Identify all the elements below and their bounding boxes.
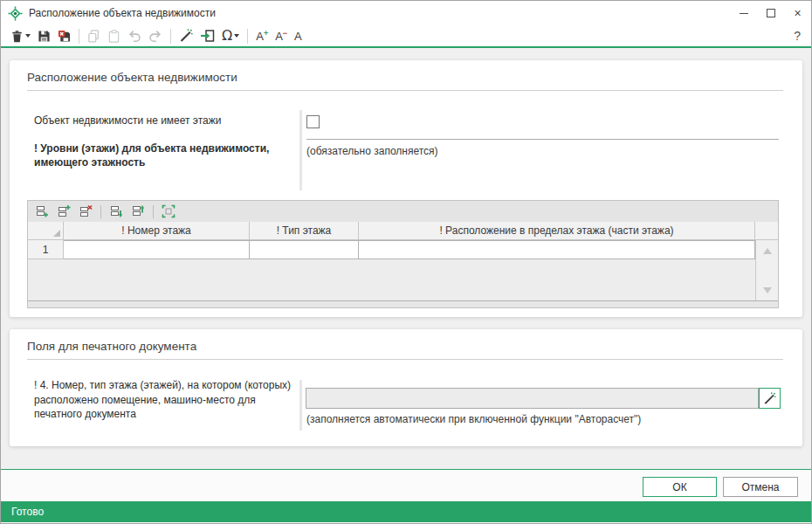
omega-button[interactable]: Ω [218, 26, 243, 45]
section-divider [27, 90, 783, 91]
insert-row-icon [57, 204, 71, 218]
trash-icon [10, 30, 24, 43]
ok-button[interactable]: ОК [643, 477, 717, 497]
cell-floor-type[interactable] [250, 240, 359, 259]
row-number-cell[interactable]: 1 [28, 240, 64, 259]
copy-button[interactable] [84, 26, 104, 45]
corner-triangle-icon [53, 230, 60, 237]
table-row: 1 [28, 240, 778, 259]
location-target-icon [8, 6, 23, 21]
insert-row-button[interactable] [55, 203, 72, 220]
save-button[interactable] [34, 26, 54, 45]
import-arrow-icon [200, 29, 215, 43]
toolbar-separator [170, 29, 171, 44]
autocalc-button[interactable] [759, 388, 781, 409]
delete-dropdown-icon [25, 34, 31, 38]
delete-row-button[interactable] [77, 203, 94, 220]
maximize-icon [767, 9, 775, 17]
required-hint: (обязательно заполняется) [306, 145, 438, 157]
levels-label: ! Уровни (этажи) для объекта недвижимост… [34, 141, 296, 169]
omega-dropdown-icon [234, 34, 239, 38]
table-empty-area [28, 259, 778, 300]
cell-floor-location[interactable] [359, 240, 755, 259]
expand-table-button[interactable] [160, 203, 177, 220]
table-toolbar [28, 201, 778, 222]
font-increase-button[interactable]: A+ [252, 26, 272, 45]
section-print-title: Поля для печатного документа [27, 340, 196, 353]
column-separator [299, 380, 302, 431]
section-print-panel: Поля для печатного документа ! 4. Номер,… [10, 329, 802, 446]
horizontal-scrollbar[interactable] [28, 300, 778, 307]
add-row-icon [35, 204, 49, 218]
section-divider [27, 359, 783, 360]
table-header-row: ! Номер этажа ! Тип этажа ! Расположение… [28, 222, 778, 240]
redo-icon [148, 30, 162, 43]
field-underline [306, 139, 779, 140]
font-default-button[interactable]: A [291, 26, 306, 45]
autofill-button[interactable] [175, 26, 196, 45]
table-toolbar-separator [100, 205, 101, 218]
section-location-title: Расположение объекта недвижимости [27, 71, 237, 84]
status-bar: Готово [1, 501, 811, 522]
save-close-icon [58, 30, 71, 43]
main-toolbar: Ω A+ A− A ? [1, 25, 811, 46]
paste-icon [107, 30, 120, 43]
table-toolbar-separator [153, 205, 154, 218]
cancel-button[interactable]: Отмена [723, 477, 798, 497]
move-row-down-icon [109, 204, 123, 218]
toolbar-accent-line [1, 46, 811, 48]
column-separator [299, 110, 302, 190]
header-scroll-corner [755, 222, 778, 240]
header-floor-number[interactable]: ! Номер этажа [64, 222, 250, 240]
font-increase-icon: A+ [256, 30, 268, 42]
no-floors-label: Объект недвижимости не имеет этажи [34, 114, 292, 128]
redo-button[interactable] [145, 26, 166, 45]
cell-floor-number[interactable] [64, 240, 250, 259]
autocalc-hint: (заполняется автоматически при включенно… [306, 413, 641, 425]
status-text: Готово [11, 506, 44, 518]
maximize-button[interactable] [757, 1, 784, 25]
magic-wand-icon [179, 29, 193, 43]
minimize-button[interactable] [730, 1, 757, 25]
scroll-down-icon [763, 287, 772, 293]
scroll-down-button[interactable] [756, 283, 778, 297]
copy-icon [87, 30, 100, 43]
scroll-up-icon [763, 248, 772, 254]
header-floor-type[interactable]: ! Тип этажа [250, 222, 359, 240]
levels-table: ! Номер этажа ! Тип этажа ! Расположение… [27, 200, 779, 308]
select-all-corner[interactable] [28, 222, 64, 240]
print-field-label: ! 4. Номер, тип этажа (этажей), на котор… [34, 378, 301, 422]
titlebar: Расположение объекта недвижимости × [1, 1, 811, 25]
font-default-icon: A [294, 31, 302, 42]
save-icon [38, 30, 51, 43]
bottom-edge [1, 522, 811, 523]
close-button[interactable]: × [784, 1, 811, 25]
add-row-button[interactable] [33, 203, 51, 220]
no-floors-checkbox[interactable] [306, 115, 320, 128]
header-floor-location[interactable]: ! Расположение в пределах этажа (части э… [359, 222, 755, 240]
close-icon: × [794, 7, 801, 19]
expand-table-icon [162, 204, 175, 218]
move-row-up-icon [131, 204, 145, 218]
undo-button[interactable] [124, 26, 145, 45]
delete-row-icon [79, 204, 93, 218]
scroll-up-button[interactable] [756, 244, 778, 258]
font-decrease-button[interactable]: A− [272, 26, 291, 45]
dialog-window: Расположение объекта недвижимости × [0, 0, 812, 524]
magic-wand-icon [763, 392, 776, 405]
import-button[interactable] [196, 26, 218, 45]
window-title: Расположение объекта недвижимости [29, 7, 730, 19]
toolbar-separator [247, 29, 248, 44]
help-button[interactable]: ? [794, 29, 801, 43]
move-row-down-button[interactable] [107, 203, 125, 220]
save-and-close-button[interactable] [54, 26, 74, 45]
move-row-up-button[interactable] [129, 203, 147, 220]
toolbar-separator [79, 29, 79, 44]
vertical-scrollbar[interactable] [755, 240, 778, 300]
font-decrease-icon: A− [275, 30, 287, 42]
print-field-input [306, 388, 759, 409]
paste-button[interactable] [104, 26, 124, 45]
delete-button[interactable] [7, 26, 34, 45]
footer: ОК Отмена [1, 470, 811, 501]
omega-icon: Ω [222, 29, 232, 43]
